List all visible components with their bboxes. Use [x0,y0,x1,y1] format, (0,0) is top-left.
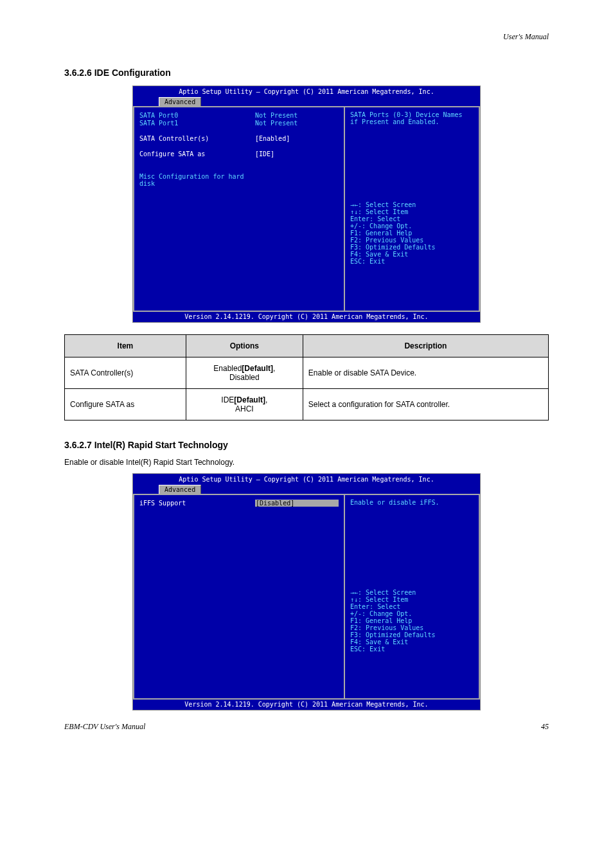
page-content: 3.6.2.6 IDE Configuration Aptio Setup Ut… [0,42,613,710]
cell-options: IDE[Default],AHCI [186,389,303,420]
page-footer-left: EBM-CDV User's Manual 45 [0,722,613,732]
bios-help-line: ↑↓: Select Item [350,596,474,603]
table-row: SATA Controller(s)Enabled[Default],Disab… [65,357,549,389]
bios2-help-top: Enable or disable iFFS. [350,499,474,589]
bios1-header: Aptio Setup Utility – Copyright (C) 2011… [133,86,480,95]
bios1-right-pane: SATA Ports (0-3) Device Names if Present… [345,106,480,312]
cell-description: Enable or disable SATA Device. [303,357,548,389]
bios2-tab-advanced: Advanced [159,485,201,494]
bios-row-label: SATA Controller(s) [139,135,255,142]
bios-row-label: SATA Port0 [139,112,255,119]
bios-help-line: +/-: Change Opt. [350,610,474,617]
bios1-left-pane: SATA Port0Not PresentSATA Port1Not Prese… [133,106,345,312]
bios-help-line: →←: Select Screen [350,201,474,208]
cell-description: Select a configuration for SATA controll… [303,389,548,420]
bios-screenshot-1: Aptio Setup Utility – Copyright (C) 2011… [132,86,481,323]
bios2-footer: Version 2.14.1219. Copyright (C) 2011 Am… [133,700,480,710]
bios-row: Misc Configuration for hard disk [139,173,339,187]
bios1-tabs: Advanced [133,97,480,106]
options-table: Item Options Description SATA Controller… [64,334,549,420]
bios-row-value: Not Present [255,112,339,119]
cell-item: SATA Controller(s) [65,357,186,389]
bios-row: SATA Controller(s)[Enabled] [139,135,339,142]
bios-row: SATA Port1Not Present [139,120,339,127]
bios-help-line: F2: Previous Values [350,624,474,631]
bios-help-line: F3: Optimized Defaults [350,631,474,638]
bios-row-label: SATA Port1 [139,120,255,127]
bios-screenshot-2: Aptio Setup Utility – Copyright (C) 2011… [132,473,481,710]
section1-title: 3.6.2.6 IDE Configuration [64,68,549,78]
table-header-row: Item Options Description [65,335,549,357]
bios2-left-pane: iFFS Support[Disabled] [133,494,345,700]
bios-row-value: Not Present [255,120,339,127]
table-row: Configure SATA asIDE[Default],AHCISelect… [65,389,549,420]
bios-row-value: [Enabled] [255,135,339,142]
bios1-help-top: SATA Ports (0-3) Device Names if Present… [350,111,474,201]
bios-help-line: +/-: Change Opt. [350,222,474,230]
th-options: Options [186,335,303,357]
bios-help-line: ESC: Exit [350,258,474,265]
bios2-tabs: Advanced [133,485,480,494]
bios-help-line: F1: General Help [350,230,474,237]
bios-row: SATA Port0Not Present [139,112,339,119]
bios2-header: Aptio Setup Utility – Copyright (C) 2011… [133,474,480,483]
section2-title: 3.6.2.7 Intel(R) Rapid Start Technology [64,440,549,450]
bios2-right-pane: Enable or disable iFFS. →←: Select Scree… [345,494,480,700]
bios-help-line: F1: General Help [350,617,474,624]
page-header-right: User's Manual [0,0,613,42]
cell-item: Configure SATA as [65,389,186,420]
bios2-help-bottom: →←: Select Screen↑↓: Select ItemEnter: S… [350,589,474,653]
bios-help-line: Enter: Select [350,215,474,222]
bios1-help-bottom: →←: Select Screen↑↓: Select ItemEnter: S… [350,201,474,265]
bios-row-value [255,173,339,187]
bios-help-line: Enter: Select [350,603,474,610]
bios-row-label: Configure SATA as [139,150,255,158]
bios-help-line: →←: Select Screen [350,589,474,596]
cell-options: Enabled[Default],Disabled [186,357,303,389]
bios-row-label: Misc Configuration for hard disk [139,173,255,187]
th-item: Item [65,335,186,357]
th-description: Description [303,335,548,357]
bios1-tab-advanced: Advanced [159,97,201,106]
bios1-footer: Version 2.14.1219. Copyright (C) 2011 Am… [133,312,480,322]
bios-row-value: [IDE] [255,150,339,158]
bios-help-line: F4: Save & Exit [350,251,474,258]
bios-row: Configure SATA as[IDE] [139,150,339,158]
bios-help-line: F3: Optimized Defaults [350,244,474,251]
bios-row-value: [Disabled] [255,500,339,507]
bios-help-line: F2: Previous Values [350,237,474,244]
bios-help-line: ↑↓: Select Item [350,208,474,215]
bios-row-label: iFFS Support [139,500,255,507]
bios-help-line: ESC: Exit [350,646,474,653]
section2-para: Enable or disable Intel(R) Rapid Start T… [64,458,549,467]
bios-row: iFFS Support[Disabled] [139,500,339,507]
bios-help-line: F4: Save & Exit [350,638,474,646]
